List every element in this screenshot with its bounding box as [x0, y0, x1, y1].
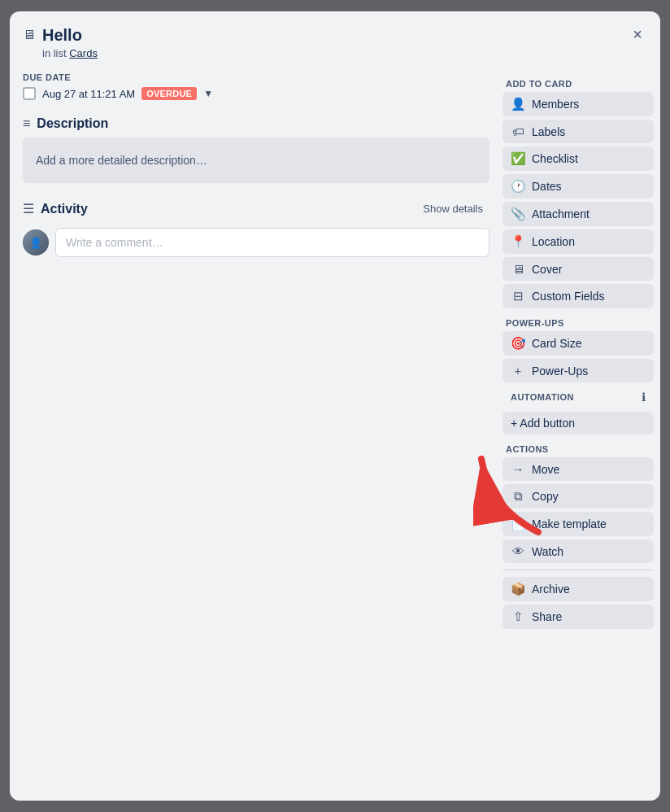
dates-label: Dates: [532, 180, 562, 193]
checklist-icon: ✅: [511, 151, 525, 166]
due-date-dropdown-btn[interactable]: ▼: [203, 88, 213, 99]
description-icon: ≡: [23, 116, 30, 131]
card-size-button[interactable]: 🎯 Card Size: [502, 331, 654, 356]
list-link[interactable]: Cards: [69, 47, 98, 59]
comment-placeholder: Write a comment…: [66, 236, 163, 249]
activity-section: ☰ Activity Show details 👤 Write a commen…: [23, 199, 489, 257]
add-button-label: + Add button: [511, 417, 575, 430]
add-to-card-label: ADD TO CARD: [502, 79, 654, 89]
add-button-btn[interactable]: + Add button: [502, 412, 654, 434]
close-button[interactable]: ×: [624, 21, 650, 47]
dates-button[interactable]: 🕐 Dates: [502, 174, 654, 199]
show-details-button[interactable]: Show details: [416, 199, 489, 218]
cover-button[interactable]: 🖥 Cover: [502, 257, 654, 281]
location-label: Location: [532, 235, 575, 248]
attachment-icon: 📎: [511, 207, 525, 221]
add-power-ups-label: Power-Ups: [532, 365, 588, 378]
automation-label: AUTOMATION: [511, 392, 574, 402]
automation-left: AUTOMATION: [511, 392, 574, 402]
due-date-text: Aug 27 at 11:21 AM: [42, 88, 135, 100]
info-icon[interactable]: ℹ: [642, 391, 646, 404]
description-header: ≡ Description: [23, 116, 489, 131]
checklist-label: Checklist: [532, 152, 578, 165]
custom-fields-button[interactable]: ⊟ Custom Fields: [502, 284, 654, 308]
activity-header: ☰ Activity Show details: [23, 199, 489, 218]
members-icon: 👤: [511, 97, 525, 111]
main-content: DUE DATE Aug 27 at 11:21 AM OVERDUE ▼ ≡ …: [16, 66, 496, 794]
cover-label: Cover: [532, 263, 562, 276]
watch-button[interactable]: 👁 Watch: [502, 539, 654, 563]
automation-row: AUTOMATION ℹ: [502, 386, 654, 408]
description-title: Description: [37, 116, 108, 131]
card-icon: 🖥: [23, 28, 36, 42]
modal-title: Hello: [42, 24, 647, 46]
dates-icon: 🕐: [511, 179, 525, 194]
due-date-row: Aug 27 at 11:21 AM OVERDUE ▼: [23, 87, 489, 100]
custom-fields-icon: ⊟: [511, 289, 525, 303]
location-icon: 📍: [511, 234, 525, 249]
add-power-ups-icon: +: [511, 364, 525, 378]
card-size-label: Card Size: [532, 337, 581, 350]
user-avatar: 👤: [23, 229, 49, 255]
watch-label: Watch: [532, 545, 563, 558]
share-label: Share: [532, 610, 562, 623]
arrow-annotation: [473, 443, 571, 540]
description-placeholder-text: Add a more detailed description…: [36, 154, 207, 167]
due-date-label: DUE DATE: [23, 72, 489, 82]
description-section: ≡ Description Add a more detailed descri…: [23, 116, 489, 183]
comment-input[interactable]: Write a comment…: [55, 228, 489, 257]
modal-header: 🖥 Hello in list Cards ×: [10, 11, 660, 59]
location-button[interactable]: 📍 Location: [502, 229, 654, 254]
actions-divider: [502, 570, 654, 570]
avatar-image: 👤: [23, 229, 49, 255]
title-area: Hello in list Cards: [42, 24, 647, 59]
archive-icon: 📦: [511, 582, 525, 596]
activity-header-left: ☰ Activity: [23, 201, 88, 216]
labels-label: Labels: [532, 125, 565, 138]
modal-overlay: 🖥 Hello in list Cards × DUE DATE Aug 27 …: [0, 0, 670, 812]
comment-row: 👤 Write a comment…: [23, 228, 489, 257]
watch-icon: 👁: [511, 544, 525, 558]
modal-subtitle: in list Cards: [42, 47, 647, 59]
cover-icon: 🖥: [511, 262, 525, 276]
labels-icon: 🏷: [511, 124, 525, 138]
due-date-checkbox[interactable]: [23, 87, 36, 100]
overdue-badge: OVERDUE: [141, 87, 197, 100]
modal-body: DUE DATE Aug 27 at 11:21 AM OVERDUE ▼ ≡ …: [10, 59, 660, 801]
archive-button[interactable]: 📦 Archive: [502, 577, 654, 601]
description-input[interactable]: Add a more detailed description…: [23, 138, 489, 183]
subtitle-prefix: in list: [42, 47, 69, 59]
share-button[interactable]: ⇧ Share: [502, 605, 654, 629]
attachment-button[interactable]: 📎 Attachment: [502, 202, 654, 226]
checklist-button[interactable]: ✅ Checklist: [502, 146, 654, 171]
power-ups-label: POWER-UPS: [502, 318, 654, 328]
card-size-icon: 🎯: [511, 336, 525, 351]
activity-title: Activity: [41, 202, 88, 216]
add-power-ups-button[interactable]: + Power-Ups: [502, 359, 654, 382]
due-date-section: DUE DATE Aug 27 at 11:21 AM OVERDUE ▼: [23, 72, 489, 100]
modal: 🖥 Hello in list Cards × DUE DATE Aug 27 …: [10, 11, 660, 801]
members-label: Members: [532, 98, 579, 111]
activity-icon: ☰: [23, 201, 34, 216]
archive-label: Archive: [532, 583, 570, 596]
sidebar: ADD TO CARD 👤 Members 🏷 Labels ✅ Checkli…: [502, 66, 654, 794]
members-button[interactable]: 👤 Members: [502, 92, 654, 116]
attachment-label: Attachment: [532, 207, 590, 220]
share-icon: ⇧: [511, 609, 525, 624]
labels-button[interactable]: 🏷 Labels: [502, 120, 654, 143]
custom-fields-label: Custom Fields: [532, 290, 604, 303]
